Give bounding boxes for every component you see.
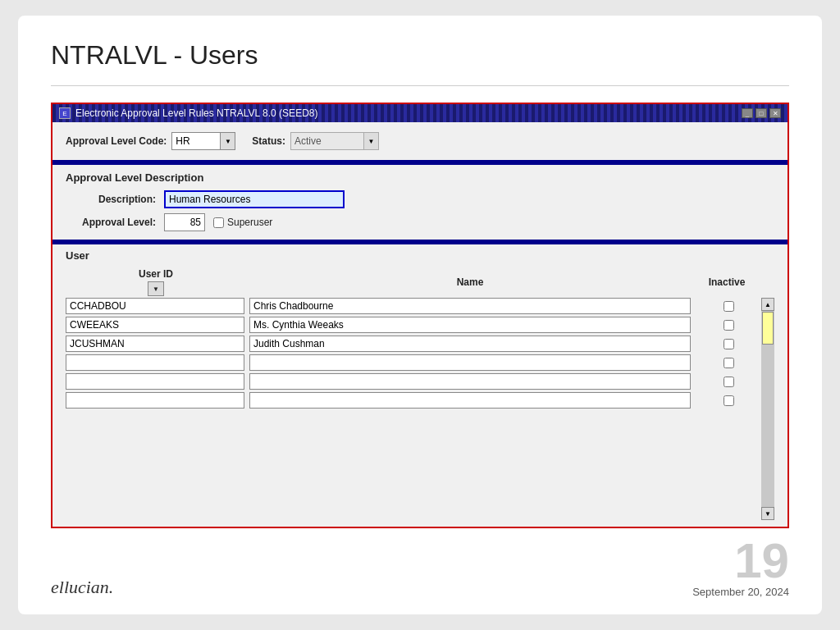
user-table-wrapper: User ID ▼ Name Inactive [52, 265, 788, 527]
status-wrapper: ▼ [290, 132, 379, 150]
banner-app-icon: E [59, 107, 71, 119]
table-row [66, 373, 761, 390]
user-name-cell [249, 298, 691, 314]
footer-right: 19 September 20, 2024 [692, 536, 789, 598]
user-name-input[interactable] [249, 392, 691, 409]
approval-level-code-wrapper: ▼ [171, 132, 235, 150]
user-table-header: User ID ▼ Name Inactive [66, 265, 774, 298]
superuser-wrapper: Superuser [213, 217, 272, 228]
status-label: Status: [252, 135, 285, 147]
user-id-cell [66, 392, 244, 409]
user-id-input[interactable] [66, 392, 244, 409]
user-id-cell [66, 373, 244, 390]
user-name-cell [249, 354, 691, 371]
approval-level-description-section: Approval Level Description Description: … [52, 165, 788, 240]
footer-date: September 20, 2024 [692, 586, 789, 598]
user-name-input[interactable] [249, 354, 691, 371]
footer-page-number: 19 [692, 536, 789, 586]
user-inactive-checkbox[interactable] [724, 339, 734, 349]
table-row [66, 392, 761, 409]
user-id-cell [66, 298, 244, 314]
page-footer: ellucian. 19 September 20, 2024 [51, 528, 789, 598]
user-name-cell [249, 336, 691, 352]
user-name-cell [249, 317, 691, 333]
banner-content: Approval Level Code: ▼ Status: ▼ [52, 122, 788, 527]
page-card: NTRALVL - Users E Electronic Approval Le… [18, 16, 822, 614]
approval-level-description-form: Description: Approval Level: Superuser [66, 190, 774, 231]
titlebar-left: E Electronic Approval Level Rules NTRALV… [59, 107, 317, 119]
page-title: NTRALVL - Users [51, 40, 789, 71]
minimize-button[interactable]: _ [742, 108, 753, 118]
scrollbar-track: ▲ ▼ [761, 298, 774, 520]
approval-level-code-field: Approval Level Code: ▼ [66, 132, 235, 150]
status-input[interactable] [290, 132, 364, 150]
scrollbar-down-button[interactable]: ▼ [761, 507, 774, 520]
user-inactive-checkbox[interactable] [724, 301, 734, 312]
form-top: Approval Level Code: ▼ Status: ▼ [52, 122, 788, 160]
user-id-input[interactable] [66, 373, 244, 390]
page-divider [51, 85, 789, 86]
table-row [66, 317, 761, 333]
user-id-input[interactable] [66, 336, 244, 352]
user-inactive-checkbox[interactable] [724, 320, 734, 331]
approval-level-description-title: Approval Level Description [66, 171, 774, 184]
table-row [66, 336, 761, 352]
user-inactive-checkbox[interactable] [724, 358, 734, 368]
user-id-cell [66, 354, 244, 371]
titlebar-text: Electronic Approval Level Rules NTRALVL … [75, 107, 317, 119]
footer-brand: ellucian. [51, 577, 113, 598]
user-id-cell [66, 317, 244, 333]
user-inactive-cell [696, 339, 761, 349]
user-inactive-cell [696, 301, 761, 312]
description-label: Description: [66, 194, 156, 205]
user-header-bar: User [52, 244, 788, 265]
user-table-area: ▲ ▼ [66, 298, 774, 520]
table-row [66, 354, 761, 371]
description-input[interactable] [164, 190, 345, 208]
banner-window: E Electronic Approval Level Rules NTRALV… [51, 103, 789, 528]
superuser-label: Superuser [227, 217, 272, 228]
titlebar-controls: _ □ ✕ [742, 108, 781, 118]
user-section-title: User [66, 249, 774, 262]
approval-level-label: Approval Level: [66, 217, 156, 228]
maximize-button[interactable]: □ [756, 108, 767, 118]
approval-level-code-dropdown[interactable]: ▼ [221, 132, 235, 150]
status-dropdown-btn[interactable]: ▼ [364, 132, 379, 150]
scrollbar-thumb[interactable] [762, 312, 774, 345]
user-id-input[interactable] [66, 298, 244, 314]
user-inactive-cell [696, 358, 761, 368]
user-id-input[interactable] [66, 354, 244, 371]
user-name-input[interactable] [249, 336, 691, 352]
user-inactive-cell [696, 320, 761, 331]
user-name-cell [249, 373, 691, 390]
approval-level-row: Approval Level: Superuser [66, 213, 774, 231]
table-row [66, 298, 761, 314]
status-field: Status: ▼ [252, 132, 379, 150]
user-inactive-checkbox[interactable] [724, 377, 734, 387]
user-name-cell [249, 392, 691, 409]
user-id-input[interactable] [66, 317, 244, 333]
col-inactive-header: Inactive [694, 276, 760, 288]
approval-level-input[interactable] [164, 213, 205, 231]
scrollbar-up-button[interactable]: ▲ [761, 298, 774, 311]
col-userid-header: User ID ▼ [66, 268, 246, 296]
user-name-input[interactable] [249, 298, 691, 314]
user-name-input[interactable] [249, 373, 691, 390]
superuser-checkbox[interactable] [213, 217, 224, 228]
user-rows [66, 298, 761, 520]
user-section: User User ID ▼ Name Inactive [52, 244, 788, 527]
col-name-header: Name [246, 276, 694, 288]
user-name-input[interactable] [249, 317, 691, 333]
user-inactive-cell [696, 395, 761, 406]
banner-titlebar: E Electronic Approval Level Rules NTRALV… [52, 104, 788, 122]
approval-level-code-input[interactable] [171, 132, 221, 150]
approval-level-code-label: Approval Level Code: [66, 135, 167, 147]
userid-dropdown-indicator[interactable]: ▼ [148, 281, 164, 296]
description-row: Description: [66, 190, 774, 208]
user-inactive-cell [696, 377, 761, 387]
user-table-main [66, 298, 761, 520]
user-inactive-checkbox[interactable] [724, 395, 734, 406]
close-button[interactable]: ✕ [769, 108, 781, 118]
user-id-cell [66, 336, 244, 352]
